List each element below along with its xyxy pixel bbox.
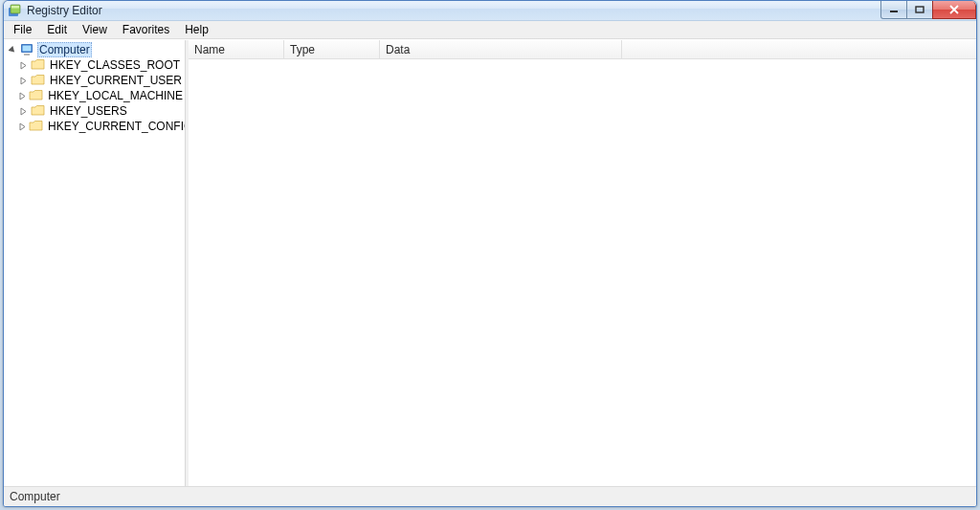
menu-file[interactable]: File: [6, 22, 39, 37]
folder-icon: [29, 119, 44, 134]
menu-favorites[interactable]: Favorites: [115, 22, 177, 37]
client-area: Computer HKEY_CLASSES_ROOT: [4, 39, 976, 486]
tree-item-label: HKEY_LOCAL_MACHINE: [46, 89, 185, 102]
tree-item-hkcc[interactable]: HKEY_CURRENT_CONFIG: [16, 119, 185, 134]
svg-rect-2: [11, 6, 19, 9]
list-pane: Name Type Data: [189, 40, 976, 486]
status-path: Computer: [10, 490, 60, 503]
column-header-data[interactable]: Data: [380, 40, 622, 58]
maximize-button[interactable]: [906, 1, 933, 19]
svg-rect-6: [23, 46, 32, 52]
tree-root-computer[interactable]: Computer: [6, 42, 185, 57]
tree-item-hku[interactable]: HKEY_USERS: [16, 103, 185, 119]
titlebar[interactable]: Registry Editor: [4, 1, 976, 21]
column-header-type[interactable]: Type: [284, 40, 380, 58]
folder-icon: [29, 88, 44, 103]
menu-help[interactable]: Help: [177, 22, 216, 37]
window-title: Registry Editor: [27, 4, 102, 17]
tree-item-label: HKEY_CLASSES_ROOT: [48, 58, 182, 72]
menu-edit[interactable]: Edit: [39, 22, 75, 37]
expand-collapse-icon[interactable]: [18, 60, 29, 71]
expand-collapse-icon[interactable]: [18, 76, 29, 86]
column-header-name[interactable]: Name: [189, 40, 284, 58]
close-button[interactable]: [932, 1, 976, 19]
expand-collapse-icon[interactable]: [8, 45, 18, 55]
folder-icon: [31, 103, 46, 119]
window-controls: [881, 1, 976, 20]
tree-root-label: Computer: [37, 42, 92, 57]
menu-view[interactable]: View: [75, 22, 115, 37]
column-headers: Name Type Data: [189, 40, 976, 59]
statusbar: Computer: [4, 486, 976, 506]
tree-item-hkcr[interactable]: HKEY_CLASSES_ROOT: [16, 57, 185, 73]
tree-item-label: HKEY_CURRENT_USER: [48, 74, 184, 87]
column-header-filler: [622, 40, 976, 58]
folder-icon: [31, 73, 46, 88]
folder-icon: [31, 57, 46, 73]
tree-item-label: HKEY_USERS: [48, 104, 129, 118]
expand-collapse-icon[interactable]: [18, 122, 27, 132]
registry-editor-window: Registry Editor File Edit View Favorites…: [3, 0, 977, 507]
expand-collapse-icon[interactable]: [18, 91, 27, 101]
svg-rect-4: [916, 7, 924, 12]
tree-pane[interactable]: Computer HKEY_CLASSES_ROOT: [4, 40, 186, 486]
computer-icon: [20, 42, 35, 57]
tree-item-label: HKEY_CURRENT_CONFIG: [46, 120, 186, 133]
menubar: File Edit View Favorites Help: [4, 21, 976, 39]
expand-collapse-icon[interactable]: [18, 106, 29, 117]
tree-item-hklm[interactable]: HKEY_LOCAL_MACHINE: [16, 88, 185, 103]
svg-rect-7: [24, 54, 30, 55]
list-body[interactable]: [189, 59, 976, 486]
registry-editor-icon: [8, 3, 23, 18]
minimize-button[interactable]: [880, 1, 907, 19]
tree-item-hkcu[interactable]: HKEY_CURRENT_USER: [16, 73, 185, 88]
svg-rect-3: [890, 11, 898, 12]
